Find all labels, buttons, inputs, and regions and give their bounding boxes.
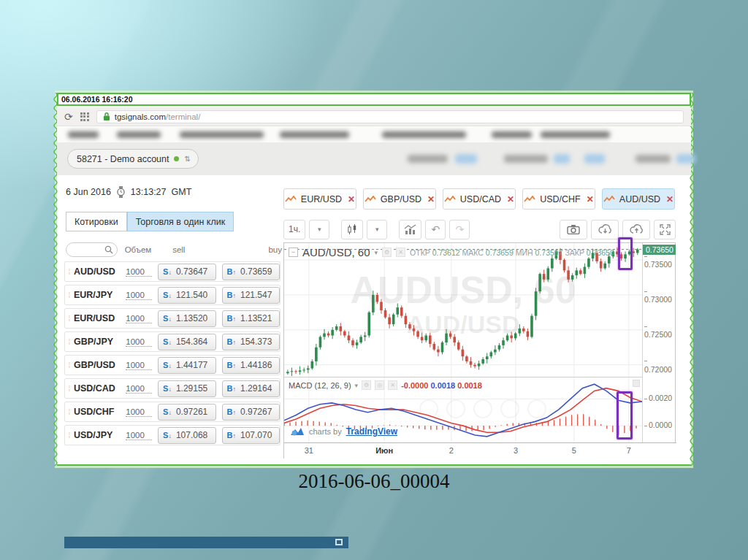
pair-label: USD/JPY	[74, 430, 126, 440]
chart-tab-label: GBP/USD	[381, 194, 421, 204]
buy-button[interactable]: B↑1.13521	[222, 310, 280, 327]
account-row: 58271 - Demo account ⇅	[57, 142, 691, 175]
sell-button[interactable]: S↓1.13520	[158, 310, 215, 327]
load-chart-button[interactable]	[591, 220, 619, 239]
chart-tab-aud-usd[interactable]: AUD/USD✕	[602, 188, 675, 210]
macd-pane[interactable]: MACD (12, 26, 9) ▾ ⚙ ◎ ✕ -0.0000 0.0018 …	[284, 377, 642, 442]
account-selector[interactable]: 58271 - Demo account ⇅	[67, 149, 199, 169]
macd-tick: 0.0000	[644, 421, 672, 429]
buy-button[interactable]: B↑0.97267	[222, 404, 280, 421]
indicators-button[interactable]	[399, 220, 421, 239]
chart-tab-eur-usd[interactable]: EUR/USD✕	[283, 188, 356, 210]
sell-price: 0.97261	[176, 407, 207, 417]
price-tick: 0.73500	[644, 251, 676, 269]
drag-handle-icon[interactable]: ⁞	[65, 431, 74, 440]
sell-button[interactable]: S↓0.97261	[158, 404, 215, 421]
time-tick: 31	[305, 446, 313, 455]
volume-input[interactable]: 1000	[126, 407, 152, 417]
macd-settings-icon[interactable]: ⚙	[362, 380, 371, 390]
high-label: МАКС	[462, 248, 484, 257]
close-tab-icon[interactable]: ✕	[348, 194, 355, 204]
interval-button[interactable]: 1ч.	[283, 220, 305, 239]
drag-handle-icon[interactable]: ⁞	[65, 315, 74, 323]
url-field[interactable]: tgsignals.com/terminal/	[96, 110, 684, 123]
volume-input[interactable]: 1000	[126, 314, 152, 323]
pane-settings-icon[interactable]: ⚙	[382, 248, 392, 257]
buy-price: 107.070	[240, 430, 272, 440]
sell-prefix: S↓	[163, 291, 172, 299]
volume-input[interactable]: 1000	[126, 431, 152, 440]
blurred-menu-item	[492, 131, 532, 138]
pair-label: USD/CAD	[74, 383, 126, 394]
panel-tab-quotes[interactable]: Котировки	[66, 212, 127, 231]
search-input[interactable]	[66, 242, 118, 257]
volume-input[interactable]: 1000	[126, 291, 152, 300]
apps-grid-icon[interactable]	[80, 112, 89, 121]
macd-source-icon[interactable]: ◎	[375, 380, 384, 390]
chart-tab-gbp-usd[interactable]: GBP/USD✕	[363, 188, 436, 210]
fullscreen-button[interactable]	[654, 220, 676, 239]
buy-button[interactable]: B↑1.44186	[222, 357, 280, 374]
blurred-menu-item	[117, 131, 161, 138]
price-axis[interactable]: 0.73650 0.735000.730000.725000.720000.00…	[642, 243, 676, 442]
sell-button[interactable]: S↓1.29155	[158, 380, 215, 397]
buy-prefix: B↑	[227, 431, 236, 440]
price-pane[interactable]: AUDUSD, 60 AUD/USD − AUD/USD, 60 ▾ ⚙ ✕ О…	[284, 243, 642, 377]
window-icon[interactable]	[335, 539, 343, 545]
sell-button[interactable]: S↓1.44177	[158, 357, 215, 374]
drag-handle-icon[interactable]: ⁞	[65, 361, 74, 369]
drag-handle-icon[interactable]: ⁞	[65, 291, 74, 299]
panel-tab-one-click-trading[interactable]: Торговля в один клик	[127, 212, 234, 231]
buy-button[interactable]: B↑107.070	[222, 427, 280, 444]
pair-label: EUR/USD	[74, 313, 126, 323]
close-tab-icon[interactable]: ✕	[427, 194, 435, 204]
time-axis[interactable]: 31Июн2357	[284, 442, 676, 459]
sell-button[interactable]: S↓107.068	[158, 427, 215, 444]
watermark-circle	[527, 399, 546, 418]
drag-handle-icon[interactable]: ⁞	[65, 338, 74, 346]
sell-price: 154.364	[176, 337, 207, 347]
buy-prefix: B↑	[227, 384, 236, 393]
volume-input[interactable]: 1000	[126, 337, 152, 347]
chart-tab-label: AUD/USD	[619, 194, 660, 204]
macd-dropdown-icon[interactable]: ▾	[355, 382, 359, 389]
chart-tab-usd-cad[interactable]: USD/CAD✕	[443, 188, 516, 210]
sell-button[interactable]: S↓121.540	[158, 287, 215, 304]
indicators-icon	[404, 224, 416, 235]
blurred-menu-item	[280, 131, 349, 138]
time-tick: 7	[627, 446, 631, 455]
close-tab-icon[interactable]: ✕	[666, 194, 673, 204]
pane-close-icon[interactable]: ✕	[396, 248, 405, 257]
reload-icon[interactable]: ⟳	[64, 111, 73, 123]
buy-button[interactable]: B↑154.373	[222, 334, 280, 350]
macd-maximize-icon[interactable]	[633, 380, 640, 387]
drag-handle-icon[interactable]: ⁞	[65, 385, 74, 393]
watermark-circle	[473, 399, 492, 418]
close-tab-icon[interactable]: ✕	[587, 194, 594, 204]
symbol-dropdown-icon[interactable]: ▾	[375, 249, 378, 256]
interval-dropdown-icon[interactable]: ▾	[309, 220, 329, 239]
snapshot-button[interactable]	[560, 220, 587, 239]
drag-handle-icon[interactable]: ⁞	[65, 408, 74, 416]
watermark-circle	[419, 399, 438, 418]
drag-handle-icon[interactable]: ⁞	[65, 268, 74, 276]
buy-button[interactable]: B↑121.547	[222, 287, 280, 304]
volume-input[interactable]: 1000	[126, 384, 152, 394]
undo-button[interactable]: ↶	[425, 220, 446, 239]
redo-button[interactable]: ↷	[449, 220, 470, 239]
sell-button[interactable]: S↓154.364	[158, 334, 215, 350]
chart-tab-usd-chf[interactable]: USD/CHF✕	[522, 188, 595, 210]
sell-button[interactable]: S↓0.73647	[158, 264, 215, 280]
volume-input[interactable]: 1000	[126, 267, 152, 277]
chart-style-button[interactable]	[341, 220, 363, 239]
buy-button[interactable]: B↑1.29164	[222, 380, 280, 397]
tradingview-link[interactable]: TradingView	[346, 426, 397, 437]
collapse-pane-icon[interactable]: −	[289, 248, 298, 257]
close-tab-icon[interactable]: ✕	[507, 194, 514, 204]
macd-close-icon[interactable]: ✕	[388, 380, 397, 390]
volume-input[interactable]: 1000	[126, 361, 152, 370]
buy-button[interactable]: B↑0.73659	[222, 264, 280, 280]
watermark-circle	[446, 399, 465, 418]
chart-style-dropdown-icon[interactable]: ▾	[367, 220, 387, 239]
save-chart-button[interactable]	[622, 220, 650, 239]
